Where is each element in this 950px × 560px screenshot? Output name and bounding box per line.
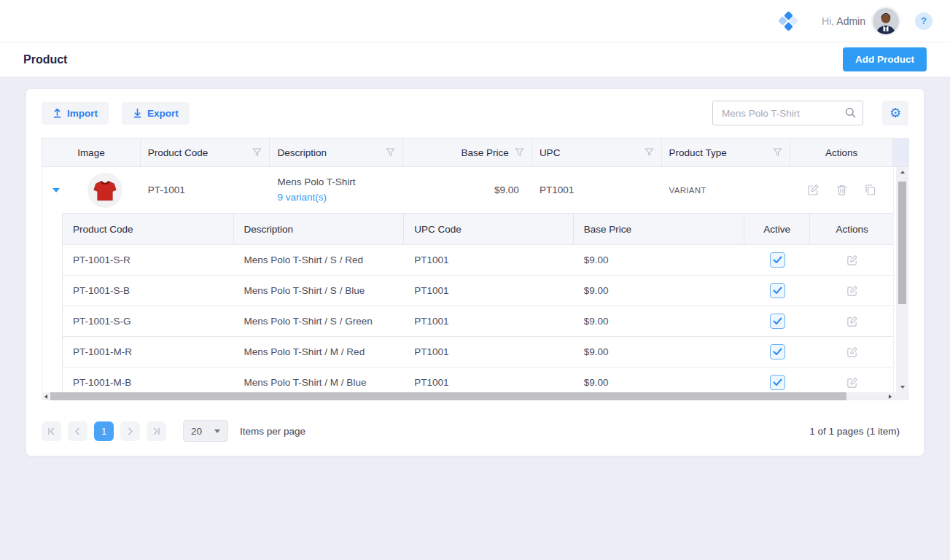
import-button[interactable]: Import: [42, 102, 109, 125]
variant-description-cell: Mens Polo T-Shirt / S / Green: [234, 306, 405, 336]
page-number-button[interactable]: 1: [94, 421, 114, 441]
active-checkbox[interactable]: [770, 283, 785, 298]
scrollbar-header-spacer: [893, 139, 908, 166]
import-icon: [52, 108, 62, 118]
edit-variant-button[interactable]: [846, 377, 858, 389]
variant-row: PT-1001-M-BMens Polo T-Shirt / M / BlueP…: [63, 367, 894, 392]
variant-price-cell: $9.00: [574, 337, 745, 367]
column-header-base-price: Base Price: [403, 139, 532, 166]
export-button[interactable]: Export: [122, 102, 190, 125]
active-checkbox[interactable]: [770, 252, 785, 268]
greeting-prefix: Hi,: [822, 15, 834, 27]
variants-table: Product Code Description UPC Code Base P…: [62, 213, 894, 392]
active-checkbox[interactable]: [770, 344, 785, 359]
vertical-scroll-thumb[interactable]: [898, 182, 906, 304]
add-product-button[interactable]: Add Product: [843, 47, 927, 71]
scroll-right-arrow-icon[interactable]: [886, 392, 895, 400]
active-checkbox[interactable]: [770, 314, 785, 329]
upc-cell: PT1001: [532, 184, 662, 195]
copy-button[interactable]: [864, 184, 876, 196]
row-expander-icon[interactable]: [52, 188, 60, 192]
column-header-upc: UPC: [532, 139, 662, 166]
row-actions: [790, 184, 893, 196]
delete-button[interactable]: [836, 184, 848, 196]
scroll-down-arrow-icon[interactable]: [900, 382, 905, 392]
username: Admin: [836, 15, 865, 27]
export-icon: [133, 108, 142, 118]
trash-icon: [836, 184, 848, 196]
filter-icon[interactable]: [645, 148, 654, 157]
variant-column-actions: Actions: [810, 214, 894, 244]
edit-variant-button[interactable]: [846, 346, 858, 358]
horizontal-scroll-thumb[interactable]: [50, 392, 846, 400]
variant-column-product-code: Product Code: [63, 214, 234, 244]
first-page-button[interactable]: [42, 421, 61, 441]
edit-variant-button[interactable]: [846, 285, 858, 297]
product-type-cell: VARIANT: [662, 186, 791, 195]
scroll-left-arrow-icon[interactable]: [42, 392, 50, 400]
variant-upc-cell: PT1001: [404, 276, 574, 306]
page-summary: 1 of 1 pages (1 item): [809, 426, 900, 437]
last-page-icon: [152, 427, 160, 435]
edit-icon: [807, 184, 819, 196]
horizontal-scroll-track[interactable]: [50, 392, 886, 400]
variant-code-cell: PT-1001-S-R: [63, 245, 234, 275]
tshirt-image: [91, 176, 119, 204]
table-header-row: Image Product Code Description Base Pric…: [42, 138, 909, 167]
check-icon: [773, 317, 782, 325]
prev-page-button[interactable]: [68, 421, 87, 441]
filter-icon[interactable]: [252, 148, 262, 157]
settings-button[interactable]: ⚙: [882, 101, 908, 125]
column-header-product-code: Product Code: [141, 139, 270, 166]
product-table: Image Product Code Description Base Pric…: [42, 138, 909, 400]
vertical-scrollbar[interactable]: [896, 167, 908, 392]
search-input[interactable]: [712, 101, 863, 125]
page-size-select[interactable]: 20: [183, 420, 228, 442]
check-icon: [773, 256, 782, 264]
check-icon: [773, 378, 782, 386]
export-label: Export: [147, 108, 179, 119]
topbar: Hi, Admin ?: [0, 0, 950, 42]
active-checkbox[interactable]: [770, 375, 785, 390]
next-page-button[interactable]: [120, 421, 140, 441]
variant-description-cell: Mens Polo T-Shirt / M / Red: [234, 337, 405, 367]
avatar[interactable]: [873, 8, 899, 34]
variant-price-cell: $9.00: [574, 368, 745, 392]
edit-variant-button[interactable]: [846, 254, 858, 266]
prev-page-icon: [74, 427, 82, 435]
variant-upc-cell: PT1001: [404, 368, 574, 392]
copy-icon: [864, 184, 876, 196]
variant-description-cell: Mens Polo T-Shirt / S / Blue: [234, 276, 405, 306]
filter-icon[interactable]: [773, 148, 782, 157]
variant-upc-cell: PT1001: [404, 306, 574, 336]
variant-row: PT-1001-S-BMens Polo T-Shirt / S / BlueP…: [63, 275, 894, 306]
filter-icon[interactable]: [515, 148, 524, 157]
search-box: [712, 101, 863, 125]
edit-button[interactable]: [807, 184, 819, 196]
product-card: Import Export ⚙ Image Product Code Descr…: [26, 89, 924, 456]
edit-icon: [846, 285, 858, 297]
scroll-up-arrow-icon[interactable]: [900, 167, 905, 177]
scrollbar-corner: [895, 392, 909, 400]
variant-upc-cell: PT1001: [404, 245, 574, 275]
check-icon: [773, 348, 782, 356]
variant-description-cell: Mens Polo T-Shirt / M / Blue: [234, 368, 405, 392]
variants-link[interactable]: 9 variant(s): [278, 190, 397, 205]
apps-icon[interactable]: [779, 12, 797, 30]
chevron-down-icon: [214, 429, 220, 433]
product-code-cell: PT-1001: [141, 184, 270, 195]
page-header: Product Add Product: [0, 42, 950, 77]
items-per-page-label: Items per page: [240, 426, 305, 437]
pagination: 1 20 Items per page 1 of 1 pages (1 item…: [42, 420, 908, 442]
edit-variant-button[interactable]: [846, 316, 858, 327]
variants-detail: Product Code Description UPC Code Base P…: [42, 213, 893, 392]
help-icon[interactable]: ?: [915, 12, 933, 30]
last-page-button[interactable]: [147, 421, 166, 441]
horizontal-scrollbar[interactable]: [42, 392, 909, 400]
vertical-scroll-track[interactable]: [898, 177, 906, 382]
product-description: Mens Polo T-Shirt: [278, 175, 397, 190]
check-icon: [773, 287, 782, 295]
table-row: PT-1001 Mens Polo T-Shirt 9 variant(s) $…: [42, 167, 893, 213]
filter-icon[interactable]: [386, 148, 395, 157]
gear-icon: ⚙: [889, 106, 901, 120]
